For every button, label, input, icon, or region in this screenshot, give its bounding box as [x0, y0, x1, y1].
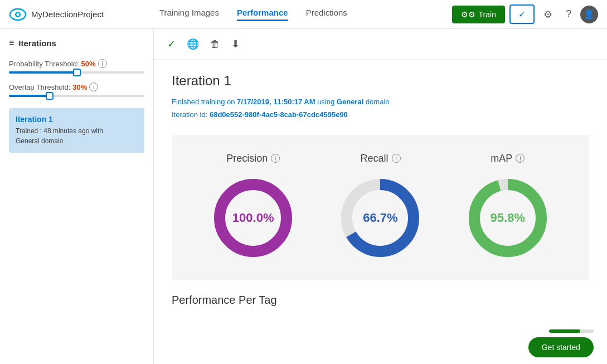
project-name: MyDetectionProject: [31, 9, 104, 19]
iterations-icon: ≡: [9, 38, 14, 48]
overlap-slider-fill: [9, 95, 50, 97]
help-button[interactable]: ?: [561, 6, 576, 22]
tab-predictions[interactable]: Predictions: [306, 8, 347, 21]
iteration-id-line: Iteration id: 68d0e552-980f-4ac5-8cab-67…: [172, 108, 589, 121]
overlap-info-icon[interactable]: i: [89, 82, 98, 91]
probability-info-icon[interactable]: i: [98, 59, 107, 68]
precision-value: 100.0%: [232, 211, 274, 225]
sidebar: ≡ Iterations Probability Threshold: 50% …: [0, 29, 154, 364]
main-layout: ≡ Iterations Probability Threshold: 50% …: [0, 29, 607, 364]
toolbar-trash-icon[interactable]: 🗑: [210, 38, 220, 50]
tab-training[interactable]: Training Images: [159, 8, 219, 21]
probability-slider-thumb[interactable]: [73, 69, 81, 76]
logo-icon: [9, 6, 27, 23]
iteration-item-name: Iteration 1: [16, 115, 138, 124]
map-donut: 95.8%: [463, 173, 552, 263]
check-icon: ✓: [518, 9, 526, 19]
svg-point-2: [17, 13, 20, 16]
recall-value: 66.7%: [363, 211, 397, 225]
bottom-bar: Get started: [515, 323, 607, 364]
toolbar-check-icon[interactable]: ✓: [167, 38, 176, 50]
precision-label: Precision i: [226, 153, 280, 164]
overlap-slider-track: [9, 95, 144, 97]
progress-bar-fill: [549, 329, 580, 333]
toolbar-download-icon[interactable]: ⬇: [231, 38, 240, 50]
recall-donut: 66.7%: [336, 173, 425, 263]
train-button[interactable]: ⚙⚙ Train: [452, 6, 505, 23]
get-started-button[interactable]: Get started: [528, 337, 594, 357]
overlap-slider-thumb[interactable]: [46, 92, 54, 100]
content-body: Iteration 1 Finished training on 7/17/20…: [154, 60, 607, 329]
probability-threshold-group: Probability Threshold: 50% i: [9, 59, 144, 74]
content-toolbar: ✓ 🌐 🗑 ⬇: [154, 29, 607, 60]
help-icon: ?: [566, 8, 571, 20]
map-value: 95.8%: [491, 211, 525, 225]
iteration-title: Iteration 1: [172, 73, 589, 89]
header: MyDetectionProject Training Images Perfo…: [0, 0, 607, 29]
recall-info-icon[interactable]: i: [392, 154, 401, 163]
recall-card: Recall i 66.7%: [336, 153, 425, 263]
check-button[interactable]: ✓: [509, 4, 535, 24]
probability-slider-track: [9, 71, 144, 74]
avatar[interactable]: 👤: [580, 6, 598, 23]
settings-icon: ⚙: [543, 9, 552, 20]
iterations-title: ≡ Iterations: [9, 38, 144, 48]
probability-threshold-label: Probability Threshold: 50% i: [9, 59, 144, 68]
recall-label: Recall i: [360, 153, 400, 164]
avatar-icon: 👤: [584, 9, 595, 20]
gear-train-icon: ⚙⚙: [461, 10, 475, 19]
iteration-info: Finished training on 7/17/2019, 11:50:17…: [172, 95, 589, 122]
metrics-container: Precision i 100.0% Recall: [172, 135, 589, 280]
overlap-threshold-group: Overlap Threshold: 30% i: [9, 82, 144, 97]
toolbar-globe-icon[interactable]: 🌐: [187, 38, 199, 50]
map-label: mAP i: [491, 153, 525, 164]
iteration-item-desc: Trained : 48 minutes ago with General do…: [16, 126, 138, 146]
iteration-list-item[interactable]: Iteration 1 Trained : 48 minutes ago wit…: [9, 108, 144, 153]
progress-bar: [549, 329, 594, 333]
header-actions: ⚙⚙ Train ✓ ⚙ ? 👤: [452, 4, 598, 24]
header-tabs: Training Images Performance Predictions: [159, 8, 347, 21]
settings-button[interactable]: ⚙: [539, 6, 557, 23]
logo: MyDetectionProject: [9, 6, 104, 23]
precision-info-icon[interactable]: i: [271, 154, 280, 163]
overlap-threshold-label: Overlap Threshold: 30% i: [9, 82, 144, 91]
precision-card: Precision i 100.0%: [208, 153, 298, 263]
tab-performance[interactable]: Performance: [237, 8, 288, 21]
performance-per-tag-title: Performance Per Tag: [172, 294, 589, 307]
content-area: ✓ 🌐 🗑 ⬇ Iteration 1 Finished training on…: [154, 29, 607, 364]
map-card: mAP i 95.8%: [463, 153, 552, 263]
map-info-icon[interactable]: i: [516, 154, 525, 163]
training-info-line1: Finished training on 7/17/2019, 11:50:17…: [172, 95, 589, 108]
probability-slider-fill: [9, 71, 77, 74]
precision-donut: 100.0%: [208, 173, 298, 263]
